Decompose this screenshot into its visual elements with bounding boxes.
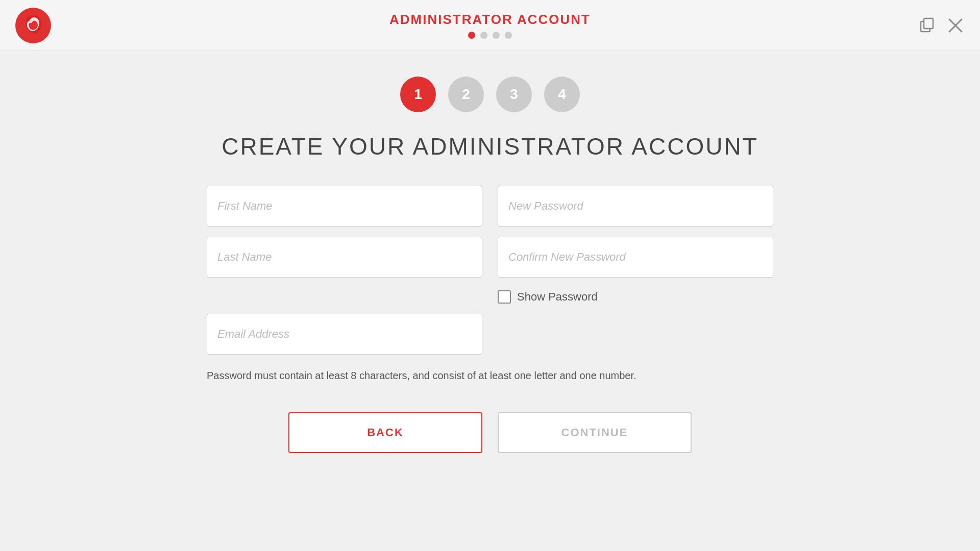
back-button[interactable]: BACK bbox=[288, 412, 482, 453]
svg-rect-2 bbox=[924, 18, 933, 29]
logo bbox=[15, 8, 51, 43]
email-input[interactable] bbox=[207, 314, 482, 355]
header: ADMINISTRATOR ACCOUNT bbox=[0, 0, 980, 51]
new-password-input[interactable] bbox=[498, 186, 773, 227]
header-dot-2 bbox=[480, 32, 487, 39]
right-col-extras: Show Password bbox=[498, 237, 773, 304]
header-title: ADMINISTRATOR ACCOUNT bbox=[389, 12, 591, 28]
step-indicators: 1 2 3 4 bbox=[400, 77, 580, 112]
empty-cell bbox=[498, 314, 773, 355]
close-icon[interactable] bbox=[946, 16, 965, 35]
copy-icon[interactable] bbox=[918, 16, 936, 35]
header-actions bbox=[918, 16, 965, 35]
header-dot-1 bbox=[468, 32, 475, 39]
step-2: 2 bbox=[448, 77, 484, 112]
page-title: CREATE YOUR ADMINISTRATOR ACCOUNT bbox=[222, 133, 758, 160]
form-grid: Show Password bbox=[207, 186, 773, 355]
show-password-label: Show Password bbox=[517, 290, 598, 304]
show-password-row: Show Password bbox=[498, 290, 773, 304]
step-4: 4 bbox=[544, 77, 580, 112]
main-content: 1 2 3 4 CREATE YOUR ADMINISTRATOR ACCOUN… bbox=[0, 51, 980, 453]
continue-button[interactable]: CONTINUE bbox=[498, 412, 692, 453]
first-name-input[interactable] bbox=[207, 186, 482, 227]
show-password-checkbox[interactable] bbox=[498, 290, 511, 304]
header-dot-4 bbox=[505, 32, 512, 39]
step-1: 1 bbox=[400, 77, 436, 112]
header-dot-3 bbox=[493, 32, 500, 39]
confirm-password-input[interactable] bbox=[498, 237, 773, 278]
step-3: 3 bbox=[496, 77, 532, 112]
password-hint: Password must contain at least 8 charact… bbox=[207, 370, 773, 382]
header-dots bbox=[468, 32, 512, 39]
header-center: ADMINISTRATOR ACCOUNT bbox=[389, 12, 591, 39]
button-row: BACK CONTINUE bbox=[288, 412, 692, 453]
last-name-input[interactable] bbox=[207, 237, 482, 278]
